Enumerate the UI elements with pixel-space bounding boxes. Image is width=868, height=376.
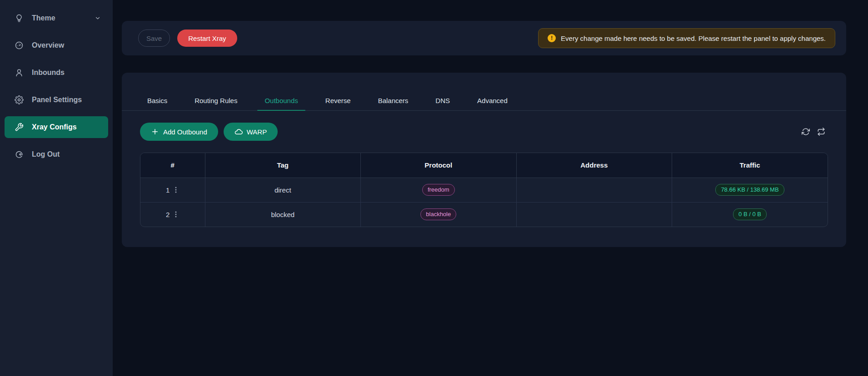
traffic-badge: 78.66 KB / 138.69 MB xyxy=(715,184,784,196)
table-row: 1 direct freedom 78.66 KB / 138.69 xyxy=(140,178,828,202)
user-icon xyxy=(15,68,24,77)
alert-text: Every change made here needs to be saved… xyxy=(561,35,826,42)
traffic-badge: 0 B / 0 B xyxy=(733,208,767,220)
gear-icon xyxy=(15,95,24,104)
repeat-icon[interactable] xyxy=(817,128,825,136)
toolbar-icon-buttons xyxy=(802,128,828,136)
sidebar-item-inbounds[interactable]: Inbounds xyxy=(5,62,108,84)
column-header-index: # xyxy=(140,153,205,178)
toolbar-buttons: Add Outbound WARP xyxy=(140,123,278,141)
action-bar-buttons: Save Restart Xray xyxy=(138,30,237,47)
add-outbound-button[interactable]: Add Outbound xyxy=(140,123,218,141)
tag-cell: direct xyxy=(205,178,361,202)
tab-advanced[interactable]: Advanced xyxy=(470,91,515,110)
tab-dns[interactable]: DNS xyxy=(428,91,457,110)
sidebar-item-theme[interactable]: Theme xyxy=(5,7,108,29)
table-row: 2 blocked blackhole 0 B / 0 B xyxy=(140,202,828,227)
warp-label: WARP xyxy=(247,128,267,136)
logout-icon xyxy=(15,150,24,159)
sidebar-item-label: Xray Configs xyxy=(32,123,77,131)
plus-icon xyxy=(151,128,159,136)
restart-xray-button[interactable]: Restart Xray xyxy=(177,30,237,47)
protocol-badge: blackhole xyxy=(420,208,456,220)
app-window: Theme Overview Inbounds Panel Settings xyxy=(0,0,868,376)
outbounds-panel: Add Outbound WARP xyxy=(122,111,846,227)
action-bar: Save Restart Xray ! Every change made he… xyxy=(122,21,846,55)
address-cell xyxy=(516,202,672,227)
column-header-tag: Tag xyxy=(205,153,361,178)
tab-balancers[interactable]: Balancers xyxy=(371,91,416,110)
unsaved-changes-alert: ! Every change made here needs to be sav… xyxy=(538,28,835,48)
tab-reverse[interactable]: Reverse xyxy=(318,91,358,110)
chevron-down-icon xyxy=(95,15,101,21)
address-cell xyxy=(516,178,672,202)
gauge-icon xyxy=(15,41,24,50)
xray-config-card: Basics Routing Rules Outbounds Reverse B… xyxy=(122,73,846,247)
config-tabs: Basics Routing Rules Outbounds Reverse B… xyxy=(122,91,846,111)
sidebar-item-xray-configs[interactable]: Xray Configs xyxy=(5,116,108,138)
outbounds-toolbar: Add Outbound WARP xyxy=(140,123,828,141)
add-outbound-label: Add Outbound xyxy=(163,128,207,136)
refresh-icon[interactable] xyxy=(802,128,810,136)
column-header-protocol: Protocol xyxy=(361,153,517,178)
outbounds-table: # Tag Protocol Address Traffic xyxy=(140,153,828,227)
column-header-traffic: Traffic xyxy=(672,153,828,178)
save-button[interactable]: Save xyxy=(138,30,170,47)
wrench-icon xyxy=(15,123,24,132)
tab-routing-rules[interactable]: Routing Rules xyxy=(187,91,244,110)
row-index: 1 xyxy=(166,186,170,194)
tab-outbounds[interactable]: Outbounds xyxy=(257,91,305,110)
sidebar-item-label: Inbounds xyxy=(32,69,65,77)
tab-basics[interactable]: Basics xyxy=(140,91,175,110)
warning-icon: ! xyxy=(548,34,556,42)
sidebar-item-label: Theme xyxy=(32,14,55,22)
row-menu-icon[interactable] xyxy=(173,186,179,193)
tag-cell: blocked xyxy=(205,202,361,227)
sidebar-item-label: Panel Settings xyxy=(32,96,82,104)
sidebar-item-label: Log Out xyxy=(32,150,60,158)
warp-button[interactable]: WARP xyxy=(224,123,278,141)
row-index: 2 xyxy=(166,211,170,218)
sidebar: Theme Overview Inbounds Panel Settings xyxy=(0,0,113,376)
sidebar-item-overview[interactable]: Overview xyxy=(5,35,108,56)
row-menu-icon[interactable] xyxy=(173,211,179,218)
cloud-icon xyxy=(234,128,243,136)
sidebar-item-label: Overview xyxy=(32,41,64,49)
main-content: Save Restart Xray ! Every change made he… xyxy=(113,0,868,376)
table-header-row: # Tag Protocol Address Traffic xyxy=(140,153,828,178)
sidebar-item-log-out[interactable]: Log Out xyxy=(5,143,108,165)
lightbulb-icon xyxy=(15,14,24,23)
sidebar-item-panel-settings[interactable]: Panel Settings xyxy=(5,89,108,111)
protocol-badge: freedom xyxy=(422,184,455,196)
column-header-address: Address xyxy=(516,153,672,178)
